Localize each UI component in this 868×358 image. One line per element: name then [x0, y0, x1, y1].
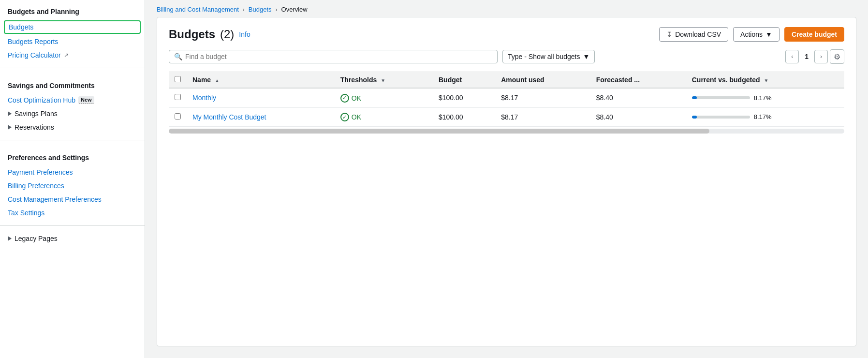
header-amount-used: Amount used: [495, 72, 590, 89]
row-forecasted-0: $8.40: [590, 88, 686, 107]
row-progress-1: 8.17%: [686, 107, 844, 127]
header-forecasted: Forecasted ...: [590, 72, 686, 89]
header-amount-used-label: Amount used: [501, 76, 544, 84]
search-box[interactable]: 🔍: [169, 50, 498, 63]
chevron-right-icon: [8, 111, 12, 116]
sidebar-item-pricing-calculator[interactable]: Pricing Calculator ↗: [0, 48, 145, 62]
header-checkbox-col: [169, 72, 187, 89]
table-row: My Monthly Cost Budget ✓ OK $100.00 $8.1…: [169, 107, 844, 127]
sort-desc-icon-2: ▼: [764, 78, 768, 83]
header-name[interactable]: Name ▲: [187, 72, 335, 89]
sidebar-section-budgets-planning: Budgets and Planning: [0, 0, 145, 19]
prev-page-button[interactable]: ‹: [785, 50, 799, 63]
row-checkbox-1[interactable]: [175, 113, 181, 119]
create-budget-label: Create budget: [792, 30, 837, 38]
search-input[interactable]: [185, 53, 492, 60]
reservations-label: Reservations: [15, 123, 54, 131]
download-csv-label: Download CSV: [675, 30, 721, 38]
sidebar-item-payment-preferences[interactable]: Payment Preferences: [0, 165, 145, 179]
chevron-right-icon: [8, 236, 12, 241]
sidebar: Budgets and Planning Budgets Budgets Rep…: [0, 0, 145, 358]
header-current-vs-budgeted-label: Current vs. budgeted: [692, 76, 760, 84]
legacy-pages-label: Legacy Pages: [15, 235, 58, 242]
table-settings-button[interactable]: ⚙: [830, 49, 844, 64]
card-title-area: Budgets (2) Info: [169, 28, 250, 41]
info-link[interactable]: Info: [239, 30, 250, 38]
header-current-vs-budgeted[interactable]: Current vs. budgeted ▼: [686, 72, 844, 89]
budget-count: (2): [220, 28, 234, 41]
ok-icon-1: ✓: [340, 113, 349, 121]
table-scroll-area: Name ▲ Thresholds ▼ Budget Amount used: [169, 72, 844, 134]
sidebar-divider-2: [0, 140, 145, 140]
sidebar-divider-1: [0, 68, 145, 68]
search-icon: 🔍: [174, 53, 182, 60]
create-budget-button[interactable]: Create budget: [784, 27, 844, 42]
sidebar-item-budgets[interactable]: Budgets: [4, 20, 141, 34]
sidebar-section-savings: Savings and Commitments: [0, 74, 145, 93]
row-forecasted-1: $8.40: [590, 107, 686, 127]
budget-name-link-1[interactable]: My Monthly Cost Budget: [192, 113, 266, 121]
sidebar-item-cost-optimization[interactable]: Cost Optimization Hub New: [0, 93, 145, 107]
sidebar-item-reservations[interactable]: Reservations: [0, 120, 145, 134]
main-content: Billing and Cost Management › Budgets › …: [145, 0, 868, 358]
download-icon: ↧: [666, 30, 672, 38]
threshold-status-0: ✓ OK: [340, 94, 361, 103]
filter-bar: 🔍 Type - Show all budgets ▼ ‹ 1 › ⚙: [169, 49, 844, 64]
row-name-1: My Monthly Cost Budget: [187, 107, 335, 127]
row-checkbox-col: [169, 88, 187, 107]
download-csv-button[interactable]: ↧ Download CSV: [659, 27, 728, 42]
pagination-controls: ‹ 1 › ⚙: [785, 49, 844, 64]
sort-desc-icon: ▼: [381, 78, 385, 83]
actions-button[interactable]: Actions ▼: [733, 27, 780, 42]
sidebar-section-preferences: Preferences and Settings: [0, 146, 145, 165]
table-body: Monthly ✓ OK $100.00 $8.17 $8.40 8.17% M…: [169, 88, 844, 127]
page-title: Budgets: [169, 28, 215, 41]
progress-pct-1: 8.17%: [754, 113, 772, 120]
row-progress-0: 8.17%: [686, 88, 844, 107]
next-page-button[interactable]: ›: [814, 50, 828, 63]
breadcrumb-budgets[interactable]: Budgets: [249, 6, 272, 13]
header-budget-label: Budget: [439, 76, 462, 84]
threshold-status-1: ✓ OK: [340, 113, 361, 121]
sidebar-item-cost-management-preferences[interactable]: Cost Management Preferences: [0, 193, 145, 206]
card-actions: ↧ Download CSV Actions ▼ Create budget: [659, 27, 844, 42]
ok-icon-0: ✓: [340, 94, 349, 103]
budgets-table: Name ▲ Thresholds ▼ Budget Amount used: [169, 72, 844, 127]
sidebar-item-billing-preferences[interactable]: Billing Preferences: [0, 179, 145, 193]
savings-plans-label: Savings Plans: [15, 110, 58, 118]
progress-container-0: 8.17%: [692, 94, 839, 102]
select-all-checkbox[interactable]: [175, 76, 181, 82]
type-filter-chevron-icon: ▼: [583, 53, 589, 60]
budget-name-link-0[interactable]: Monthly: [192, 94, 216, 102]
progress-track-1: [692, 116, 750, 119]
header-forecasted-label: Forecasted ...: [596, 76, 640, 84]
scrollbar-thumb: [169, 129, 709, 134]
progress-pct-0: 8.17%: [754, 94, 772, 102]
header-thresholds[interactable]: Thresholds ▼: [335, 72, 433, 89]
actions-chevron-icon: ▼: [765, 30, 772, 38]
sidebar-item-budgets-reports[interactable]: Budgets Reports: [0, 35, 145, 48]
budgets-card: Budgets (2) Info ↧ Download CSV Actions …: [157, 17, 856, 346]
sidebar-item-legacy-pages[interactable]: Legacy Pages: [0, 232, 145, 245]
sort-asc-icon: ▲: [215, 78, 220, 83]
breadcrumb-sep-1: ›: [243, 6, 245, 13]
actions-label: Actions: [740, 30, 763, 38]
sidebar-item-savings-plans[interactable]: Savings Plans: [0, 107, 145, 120]
page-number: 1: [801, 53, 812, 60]
cost-optimization-label: Cost Optimization Hub: [8, 96, 75, 104]
horizontal-scrollbar[interactable]: [169, 129, 844, 134]
sidebar-item-tax-settings[interactable]: Tax Settings: [0, 206, 145, 220]
row-threshold-1: ✓ OK: [335, 107, 433, 127]
row-checkbox-col: [169, 107, 187, 127]
header-budget: Budget: [433, 72, 495, 89]
type-filter-dropdown[interactable]: Type - Show all budgets ▼: [502, 50, 595, 63]
table-row: Monthly ✓ OK $100.00 $8.17 $8.40 8.17%: [169, 88, 844, 107]
progress-track-0: [692, 96, 750, 99]
row-amount-used-0: $8.17: [495, 88, 590, 107]
header-thresholds-label: Thresholds: [340, 76, 377, 84]
breadcrumb-billing[interactable]: Billing and Cost Management: [157, 6, 239, 13]
row-checkbox-0[interactable]: [175, 94, 181, 100]
row-budget-1: $100.00: [433, 107, 495, 127]
breadcrumb: Billing and Cost Management › Budgets › …: [145, 0, 868, 17]
type-filter-label: Type - Show all budgets: [508, 53, 580, 60]
